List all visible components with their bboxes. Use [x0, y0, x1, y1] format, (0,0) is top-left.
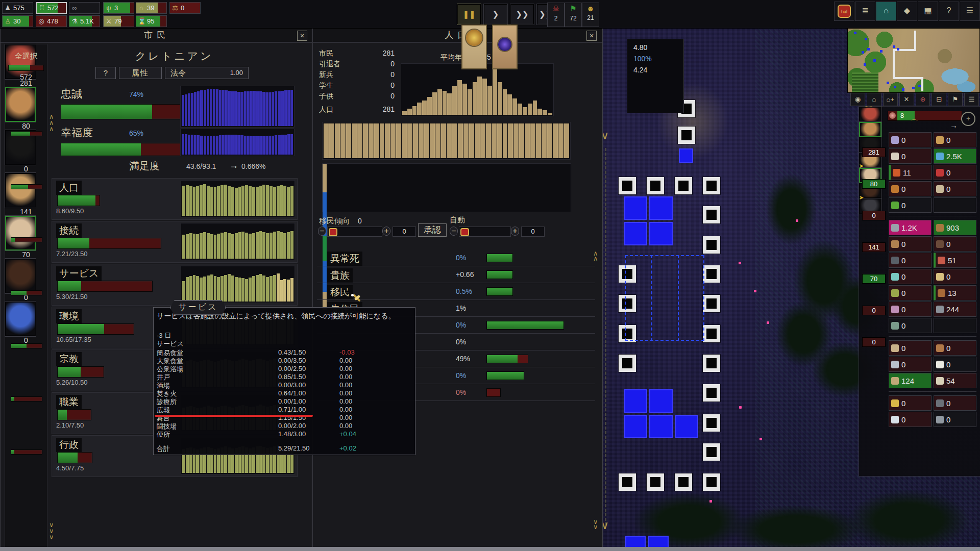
- coins-resource-box[interactable]: ◎478: [36, 15, 67, 27]
- pot-resource-cell[interactable]: 124: [889, 373, 932, 388]
- screenshot-button[interactable]: ⌂: [867, 93, 881, 106]
- minimap[interactable]: [847, 28, 980, 93]
- fish-resource-cell[interactable]: 2.5K: [934, 148, 976, 164]
- sidebar-race-count[interactable]: 141: [862, 242, 886, 252]
- gems-resource-cell[interactable]: 0: [889, 269, 932, 284]
- zoom-in-button[interactable]: ⊕: [916, 93, 930, 106]
- hide-resource-cell[interactable]: 0: [889, 236, 932, 252]
- tools-resource-cell[interactable]: 0: [934, 412, 976, 427]
- chain-top-marker[interactable]: ∨: [602, 133, 609, 138]
- sword-resource-box[interactable]: ⚔79: [103, 15, 134, 27]
- ore-resource-cell[interactable]: 244: [934, 302, 976, 317]
- attributes-button[interactable]: 属性: [119, 67, 162, 79]
- rocks-resource-cell[interactable]: 0: [889, 318, 932, 333]
- bread-resource-cell[interactable]: 0: [934, 132, 976, 147]
- meat-stock-bar[interactable]: 8: [888, 111, 962, 121]
- egg-resource-cell[interactable]: 0: [889, 148, 932, 164]
- help-button[interactable]: ?: [95, 67, 116, 79]
- ingot-white-resource-cell[interactable]: 0: [934, 357, 976, 372]
- sidebar-race-count[interactable]: 281: [862, 147, 886, 157]
- minus-button[interactable]: −: [450, 227, 458, 236]
- scroll-chain[interactable]: [605, 148, 606, 525]
- race-portrait-2[interactable]: [5, 87, 36, 122]
- banner-counter[interactable]: ⚑72: [565, 3, 582, 27]
- grain-resource-cell[interactable]: 0: [934, 269, 976, 284]
- house-resource-box[interactable]: ⌂39: [136, 2, 167, 14]
- race-portrait-7[interactable]: [5, 302, 36, 336]
- category-block-1[interactable]: 人口8.60/9.50: [52, 178, 298, 220]
- scroll-down-icon[interactable]: ∨∨: [593, 519, 598, 530]
- sidebar-race-count[interactable]: 0: [862, 337, 886, 347]
- crate-resource-cell[interactable]: 0: [934, 181, 976, 196]
- mushroom-resource-cell[interactable]: 0: [889, 181, 932, 196]
- slider-knob[interactable]: [460, 228, 469, 236]
- scroll-down-icon[interactable]: ∨: [49, 535, 54, 540]
- slider-knob[interactable]: [329, 228, 337, 236]
- ring-resource-cell[interactable]: 0: [889, 395, 932, 411]
- plus-button[interactable]: +: [382, 227, 390, 236]
- population-resource-box[interactable]: ♟575: [2, 2, 33, 14]
- help-button[interactable]: ?: [939, 2, 959, 21]
- skull-counter[interactable]: ☠2: [547, 3, 565, 27]
- wheat-resource-box[interactable]: ψ3: [103, 2, 134, 14]
- flask-resource-box[interactable]: ⚗5.1K: [69, 15, 100, 27]
- camera-add-button[interactable]: ⌂+: [883, 93, 898, 106]
- plus-button[interactable]: +: [511, 227, 519, 236]
- temple-button[interactable]: ⌂: [876, 2, 896, 21]
- coal-resource-cell[interactable]: 0: [889, 253, 932, 268]
- sidebar-race-count[interactable]: 80: [862, 179, 886, 189]
- blueprint-selection[interactable]: [625, 255, 704, 341]
- vegetable-resource-cell[interactable]: 0: [889, 197, 932, 213]
- sidebar-race-portrait-2[interactable]: [859, 122, 881, 137]
- close-icon[interactable]: ✕: [297, 31, 307, 41]
- scroll-resource-cell[interactable]: 0: [889, 340, 932, 356]
- world-map-button[interactable]: ▦: [918, 2, 938, 21]
- wood-resource-cell[interactable]: 903: [934, 220, 976, 235]
- select-all-label[interactable]: 全選択: [5, 52, 47, 61]
- auto-slider[interactable]: [459, 227, 511, 237]
- sidebar-race-count[interactable]: 0: [862, 306, 886, 315]
- sidebar-race-count[interactable]: 0: [862, 211, 886, 220]
- category-block-2[interactable]: 接続7.21/23.50: [52, 221, 298, 263]
- meat-resource-cell[interactable]: 0: [934, 165, 976, 180]
- arrows-resource-cell[interactable]: 51: [934, 253, 976, 268]
- crosshair-icon[interactable]: +: [961, 112, 975, 126]
- minus-button[interactable]: −: [318, 227, 326, 236]
- approve-button[interactable]: 承認: [418, 223, 447, 237]
- scroll-up-icon[interactable]: ∧: [49, 127, 54, 132]
- leather-resource-cell[interactable]: 13: [934, 285, 976, 300]
- map-menu-button[interactable]: ☰: [964, 93, 979, 106]
- race-portrait-4[interactable]: [5, 173, 36, 208]
- flag-button[interactable]: ⚑: [948, 93, 963, 106]
- snowflake-resource-cell[interactable]: 0: [889, 412, 932, 427]
- hourglass-resource-box[interactable]: ⌛95: [136, 15, 167, 27]
- laws-button[interactable]: 法令1.00: [165, 67, 249, 79]
- zoom-out-button[interactable]: ⊟: [932, 93, 946, 106]
- stone-resource-cell[interactable]: 1.2K: [889, 220, 932, 235]
- block-resource-cell[interactable]: 54: [934, 373, 976, 388]
- jug-resource-cell[interactable]: 0: [889, 132, 932, 147]
- menu-button[interactable]: ☰: [960, 2, 980, 21]
- scales-resource-box[interactable]: ⚖0: [169, 2, 201, 14]
- hal-badge-button[interactable]: hal: [834, 2, 854, 21]
- fur-resource-cell[interactable]: 0: [934, 236, 976, 252]
- crown-face-counter[interactable]: ☻21: [582, 3, 599, 27]
- auto-input[interactable]: 0: [521, 227, 545, 237]
- race-portrait-5[interactable]: [5, 216, 36, 251]
- bottle-resource-cell[interactable]: 0: [934, 395, 976, 411]
- immigration-input[interactable]: 0: [393, 227, 416, 237]
- trophy-resource-box[interactable]: ♙30: [2, 15, 33, 27]
- fruit-resource-cell[interactable]: 11: [889, 165, 932, 180]
- amethyst-resource-cell[interactable]: 0: [889, 302, 932, 317]
- herbs-resource-cell[interactable]: 0: [889, 285, 932, 300]
- immigration-slider[interactable]: [327, 227, 382, 237]
- scroll-button[interactable]: ≣: [855, 2, 875, 21]
- close-map-button[interactable]: ✕: [899, 93, 914, 106]
- race-portrait-6[interactable]: [5, 259, 36, 293]
- sidebar-race-count[interactable]: 70: [862, 274, 886, 284]
- category-block-3[interactable]: サービス5.30/21.50: [52, 264, 298, 306]
- worker-resource-box[interactable]: ♖572: [36, 2, 67, 14]
- ingot-resource-cell[interactable]: 0: [889, 357, 932, 372]
- chain-bottom-marker[interactable]: ∨: [602, 523, 609, 528]
- close-icon[interactable]: ✕: [586, 31, 597, 41]
